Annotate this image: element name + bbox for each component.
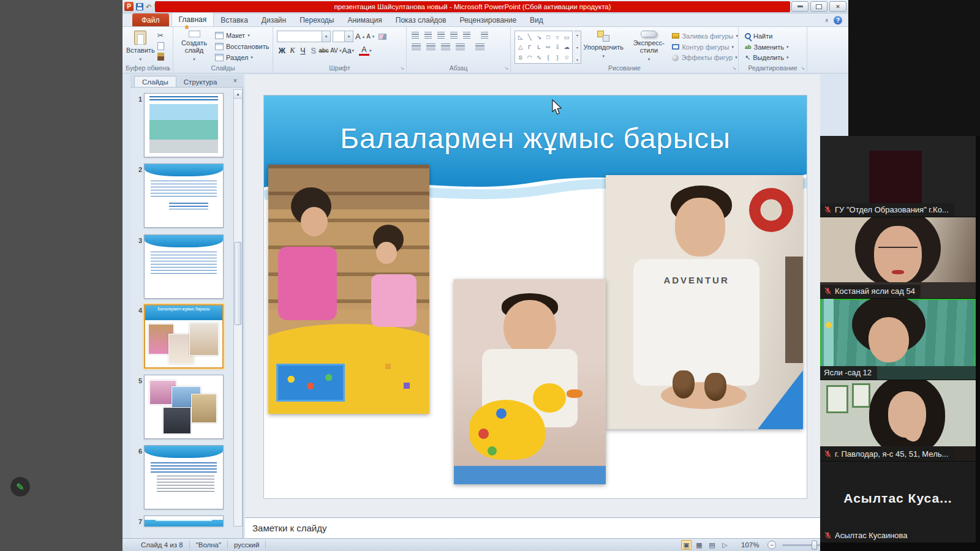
select-button[interactable]: ↖ Выделить▾ [745, 52, 807, 63]
clipboard-dialog-launcher[interactable]: ↘ [167, 66, 171, 71]
photo-girls-puzzles[interactable] [268, 165, 429, 414]
tab-transitions[interactable]: Переходы [293, 13, 341, 26]
reset-button[interactable]: Восстановить [215, 41, 269, 52]
italic-button[interactable]: К [287, 46, 298, 55]
numbering-icon[interactable] [424, 32, 432, 39]
tab-animations[interactable]: Анимация [341, 13, 388, 26]
shape-effects-button[interactable]: Эффекты фигур▾ [672, 52, 738, 63]
slide-title-text[interactable]: Балалармен жұмыс барысы [264, 121, 807, 155]
section-button[interactable]: Раздел▾ [215, 52, 269, 63]
tab-outline[interactable]: Структура [176, 77, 225, 87]
tab-home[interactable]: Главная [172, 12, 214, 26]
annotation-pencil-button[interactable]: ✎ [10, 476, 31, 497]
minimize-button[interactable] [791, 1, 809, 12]
slide-thumbnail-5[interactable] [144, 375, 224, 439]
slides-panel-scrollbar[interactable]: ▲ [233, 89, 243, 527]
tab-design[interactable]: Дизайн [255, 13, 293, 26]
paste-button[interactable]: Вставить ▾ [126, 27, 155, 63]
slide-canvas[interactable]: Балалармен жұмыс барысы [263, 95, 807, 499]
tab-slides-thumbnails[interactable]: Слайды [134, 76, 176, 87]
font-dialog-launcher[interactable]: ↘ [400, 66, 404, 71]
slide-thumbnail-3[interactable] [144, 234, 224, 299]
shapes-gallery[interactable]: ◺╲↘ □○▭ △ΓL ⇨⇩☁ S◠∿ {}☆ [514, 31, 573, 64]
scroll-up-button[interactable]: ▲ [234, 90, 242, 99]
slideshow-view-button[interactable]: ▷ [720, 540, 730, 550]
change-case-button[interactable]: Aa [342, 47, 352, 55]
photo-boy-pinecones[interactable]: ADVENTUR [606, 175, 803, 429]
zoom-out-button[interactable]: − [767, 541, 776, 549]
bold-button[interactable]: Ж [277, 47, 287, 55]
thumbnail-title-band: Балалармен жұмыс барысы [145, 305, 222, 320]
scrollbar-thumb[interactable] [235, 242, 241, 325]
maximize-button[interactable] [810, 1, 827, 12]
participant-tile-1[interactable]: ГУ "Отдел Образования" г.Ко... [820, 136, 976, 217]
font-name-combobox[interactable]: ▾ [277, 31, 331, 42]
shapes-gallery-scrollbar[interactable]: ▴▾▾ [574, 31, 581, 64]
slide-thumbnail-4-selected[interactable]: Балалармен жұмыс барысы [144, 304, 224, 369]
copy-icon[interactable] [157, 42, 164, 50]
shape-effects-icon [672, 54, 679, 61]
participant-tile-5[interactable]: Асылтас Куса... Асылтас Кусаинова [820, 462, 976, 542]
justify-icon[interactable] [456, 43, 465, 50]
clear-formatting-icon[interactable] [379, 34, 386, 40]
participant-tile-4[interactable]: г. Павлодар, я-с 45, 51, Мель... [820, 380, 976, 461]
shape-outline-button[interactable]: Контур фигуры▾ [672, 42, 738, 53]
slide-thumbnail-7[interactable] [144, 515, 224, 527]
layout-button[interactable]: Макет▾ [215, 30, 269, 41]
grow-font-button[interactable]: А [355, 32, 361, 41]
font-color-button[interactable]: А [359, 45, 369, 56]
photo-toddler-duck[interactable] [454, 279, 606, 484]
participant-tile-2[interactable]: Костанай ясли сад 54 [820, 217, 976, 298]
columns-icon[interactable] [475, 43, 484, 50]
tab-review[interactable]: Рецензирование [453, 13, 523, 26]
shrink-font-button[interactable]: А [366, 33, 371, 40]
close-button[interactable]: ✕ [829, 1, 846, 12]
zoom-slider-thumb[interactable] [812, 541, 817, 550]
replace-button[interactable]: ab Заменить▾ [745, 42, 807, 53]
reading-view-button[interactable]: ▤ [707, 540, 717, 550]
decrease-indent-icon[interactable] [437, 32, 445, 39]
align-right-icon[interactable] [441, 43, 450, 50]
shape-fill-button[interactable]: Заливка фигуры▾ [672, 31, 738, 42]
underline-button[interactable]: Ч [298, 47, 308, 55]
text-direction-icon[interactable] [481, 32, 488, 39]
text-shadow-button[interactable]: S [308, 47, 318, 55]
arrange-button[interactable]: Упорядочить ▾ [581, 27, 625, 63]
save-icon[interactable] [136, 3, 143, 10]
collapse-ribbon-icon[interactable]: ∧ [824, 17, 829, 23]
notes-pane[interactable]: Заметки к слайду [245, 517, 820, 538]
increase-indent-icon[interactable] [450, 32, 458, 39]
tab-view[interactable]: Вид [523, 13, 550, 26]
format-painter-icon[interactable] [157, 53, 164, 61]
tab-file[interactable]: Файл [132, 13, 169, 26]
find-button[interactable]: Найти [745, 31, 807, 42]
tab-insert[interactable]: Вставка [214, 13, 255, 26]
align-left-icon[interactable] [412, 43, 421, 50]
zoom-level[interactable]: 107% [741, 541, 759, 549]
panel-close-icon[interactable]: ✕ [231, 77, 239, 85]
slide-thumbnail-2[interactable] [144, 163, 224, 228]
align-center-icon[interactable] [426, 43, 435, 50]
help-icon[interactable]: ? [834, 16, 842, 24]
line-spacing-icon[interactable] [463, 32, 470, 39]
normal-view-button[interactable]: ▣ [681, 540, 692, 550]
tab-slideshow[interactable]: Показ слайдов [389, 13, 453, 26]
editing-dialog-launcher[interactable]: ↘ [801, 66, 805, 71]
slide-thumbnail-1[interactable] [144, 93, 224, 157]
undo-icon[interactable]: ↶ [146, 2, 151, 11]
language-indicator[interactable]: русский [228, 541, 266, 549]
quick-styles-button[interactable]: Экспресс-стили ▾ [625, 27, 672, 63]
character-spacing-button[interactable]: AV [329, 47, 339, 54]
powerpoint-app-icon[interactable]: P [124, 2, 134, 11]
bullets-icon[interactable] [412, 32, 419, 39]
cut-icon[interactable]: ✂ [157, 31, 164, 40]
paragraph-dialog-launcher[interactable]: ↘ [504, 66, 508, 71]
participant-tile-3-active-speaker[interactable]: Ясли -сад 12 [820, 299, 976, 380]
font-size-combobox[interactable]: ▾ [333, 31, 353, 42]
slide-thumbnail-6[interactable] [144, 445, 224, 509]
slide-sorter-view-button[interactable]: ▦ [694, 540, 704, 550]
new-slide-button[interactable]: * Создать слайд ▾ [178, 27, 210, 63]
theme-name[interactable]: "Волна" [190, 541, 228, 549]
strikethrough-button[interactable]: abc [318, 47, 329, 54]
drawing-dialog-launcher[interactable]: ↘ [732, 66, 736, 71]
